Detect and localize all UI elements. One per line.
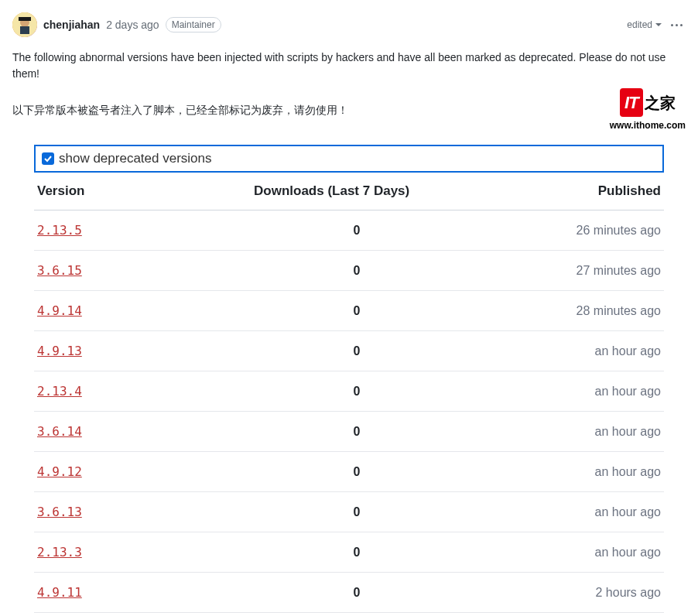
body-text-cn: 以下异常版本被盗号者注入了脚本，已经全部标记为废弃，请勿使用！ <box>12 102 348 118</box>
edited-indicator[interactable]: edited <box>627 19 662 30</box>
caret-down-icon <box>655 23 662 26</box>
watermark-suffix: 之家 <box>645 91 676 115</box>
cell-version: 2.13.3 <box>37 545 254 560</box>
edited-label: edited <box>627 19 652 30</box>
cell-downloads: 0 <box>254 546 506 560</box>
cell-published: an hour ago <box>506 385 661 399</box>
watermark-url: www.ithome.com <box>610 118 686 132</box>
cell-version: 3.6.13 <box>37 505 254 519</box>
cell-version: 4.9.11 <box>37 585 254 600</box>
cell-downloads: 0 <box>254 264 506 278</box>
cell-published: 2 hours ago <box>506 586 661 600</box>
checkbox-row: show deprecated versions <box>34 145 664 173</box>
cell-downloads: 0 <box>254 505 506 519</box>
table-row: 3.6.130an hour ago <box>34 492 664 532</box>
svg-rect-2 <box>20 26 29 34</box>
cell-version: 3.6.14 <box>37 424 254 439</box>
comment-header: chenjiahan 2 days ago Maintainer edited <box>12 12 686 37</box>
table-header: Version Downloads (Last 7 Days) Publishe… <box>34 176 664 210</box>
table-row: 2.13.40an hour ago <box>34 371 664 412</box>
version-link[interactable]: 4.9.11 <box>37 585 82 600</box>
cell-version: 4.9.12 <box>37 464 254 479</box>
cell-downloads: 0 <box>254 385 506 399</box>
kebab-dot-icon <box>676 24 678 26</box>
versions-panel: show deprecated versions Version Downloa… <box>34 145 664 613</box>
timestamp: 2 days ago <box>106 19 159 31</box>
table-row: 4.9.1102 hours ago <box>34 573 664 613</box>
cell-published: an hour ago <box>506 425 661 439</box>
cell-version: 3.6.15 <box>37 263 254 278</box>
version-link[interactable]: 3.6.14 <box>37 424 82 439</box>
cell-downloads: 0 <box>254 586 506 600</box>
header-right: edited <box>627 19 686 30</box>
cell-published: 27 minutes ago <box>506 264 661 278</box>
table-row: 2.13.30an hour ago <box>34 532 664 573</box>
watermark: IT 之家 www.ithome.com <box>610 88 686 132</box>
version-link[interactable]: 2.13.5 <box>37 223 82 238</box>
avatar[interactable] <box>12 12 37 37</box>
cell-downloads: 0 <box>254 304 506 318</box>
cell-published: an hour ago <box>506 465 661 479</box>
column-published: Published <box>506 183 661 199</box>
watermark-logo-text: IT <box>620 88 643 117</box>
cell-published: 28 minutes ago <box>506 304 661 318</box>
cell-published: an hour ago <box>506 344 661 358</box>
svg-rect-3 <box>19 17 31 21</box>
version-link[interactable]: 4.9.14 <box>37 303 82 318</box>
header-left: chenjiahan 2 days ago Maintainer <box>12 12 221 37</box>
cell-published: an hour ago <box>506 546 661 560</box>
cell-downloads: 0 <box>254 425 506 439</box>
cell-published: 26 minutes ago <box>506 224 661 238</box>
watermark-logo: IT 之家 <box>620 88 676 117</box>
show-deprecated-checkbox[interactable] <box>42 152 54 165</box>
version-link[interactable]: 3.6.13 <box>37 505 82 519</box>
version-link[interactable]: 4.9.12 <box>37 464 82 479</box>
column-downloads: Downloads (Last 7 Days) <box>254 183 506 199</box>
checkbox-label: show deprecated versions <box>59 151 212 166</box>
table-row: 4.9.120an hour ago <box>34 452 664 492</box>
table-row: 3.6.15027 minutes ago <box>34 251 664 291</box>
cell-downloads: 0 <box>254 344 506 358</box>
cell-version: 4.9.14 <box>37 303 254 318</box>
username[interactable]: chenjiahan <box>43 19 100 31</box>
kebab-dot-icon <box>671 24 673 26</box>
table-row: 4.9.130an hour ago <box>34 331 664 371</box>
cell-published: an hour ago <box>506 505 661 519</box>
version-link[interactable]: 4.9.13 <box>37 344 82 358</box>
version-link[interactable]: 2.13.4 <box>37 384 82 399</box>
cell-version: 2.13.4 <box>37 384 254 399</box>
table-row: 2.13.5026 minutes ago <box>34 210 664 251</box>
kebab-menu[interactable] <box>668 21 686 29</box>
kebab-dot-icon <box>680 24 683 26</box>
table-row: 3.6.140an hour ago <box>34 412 664 452</box>
maintainer-badge: Maintainer <box>166 17 221 33</box>
version-link[interactable]: 3.6.15 <box>37 263 82 278</box>
column-version: Version <box>37 183 254 199</box>
cell-version: 2.13.5 <box>37 223 254 238</box>
table-row: 4.9.14028 minutes ago <box>34 291 664 331</box>
comment-body: The following abnormal versions have bee… <box>12 50 686 132</box>
cell-version: 4.9.13 <box>37 344 254 358</box>
cell-downloads: 0 <box>254 224 506 238</box>
body-text-en: The following abnormal versions have bee… <box>12 50 686 82</box>
version-link[interactable]: 2.13.3 <box>37 545 82 560</box>
cell-downloads: 0 <box>254 465 506 479</box>
